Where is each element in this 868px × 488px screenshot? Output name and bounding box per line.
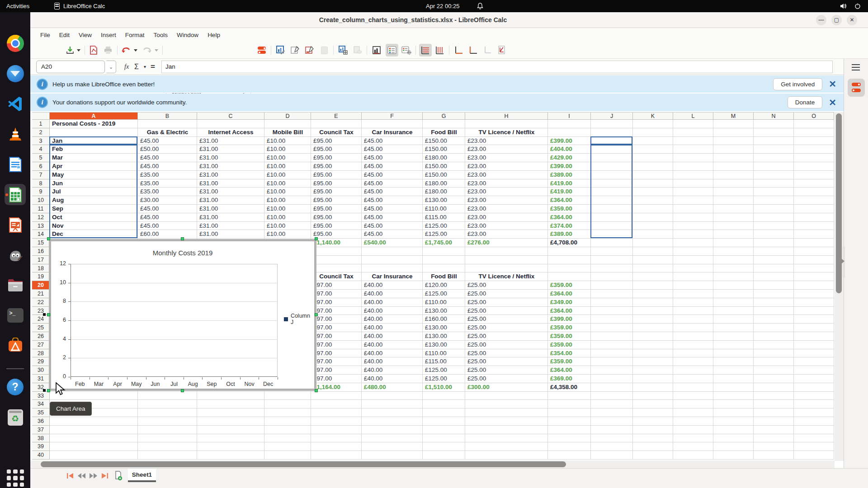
cell-G9[interactable]: £180.00 (425, 188, 447, 196)
cell-G8[interactable]: £180.00 (425, 179, 447, 188)
legend-toggle-button[interactable] (386, 44, 398, 56)
row-header-40[interactable]: 40 (32, 451, 50, 460)
cell-G7[interactable]: £150.00 (425, 171, 447, 179)
cell-D10[interactable]: £10.00 (267, 196, 285, 205)
row-header-5[interactable]: 5 (32, 154, 50, 162)
cell-I5[interactable]: £429.00 (550, 154, 572, 162)
cell-F31[interactable]: £40.00 (364, 375, 382, 383)
cell-H22[interactable]: £25.00 (467, 298, 486, 307)
cell-I4[interactable]: £404.00 (550, 145, 572, 154)
close-button[interactable]: ✕ (847, 15, 857, 25)
cell-B10[interactable]: £30.00 (140, 196, 159, 205)
cell-F22[interactable]: £40.00 (364, 298, 382, 307)
cell-F7[interactable]: £45.00 (364, 171, 382, 179)
cell-F6[interactable]: £45.00 (364, 162, 382, 171)
cell-C14[interactable]: £31.00 (199, 230, 218, 239)
sidebar-menu-icon[interactable] (852, 64, 860, 70)
cell-F11[interactable]: £45.00 (364, 205, 382, 213)
row-header-2[interactable]: 2 (32, 128, 50, 137)
cell-H25[interactable]: £25.00 (467, 324, 486, 332)
cell-F2[interactable]: Car Insurance (362, 128, 423, 137)
get-involved-button[interactable]: Get involved (773, 78, 822, 90)
cell-I32[interactable]: £4,358.00 (550, 383, 577, 392)
row-header-37[interactable]: 37 (32, 426, 50, 434)
cell-G31[interactable]: £125.00 (425, 375, 447, 383)
row-header-31[interactable]: 31 (32, 375, 50, 383)
donate-button[interactable]: Donate (788, 96, 823, 108)
cell-H2[interactable]: TV Licence / Netflix (465, 128, 548, 137)
cell-I10[interactable]: £364.00 (550, 196, 572, 205)
power-icon[interactable] (854, 3, 861, 9)
cell-I3[interactable]: £399.00 (550, 137, 572, 145)
cell-G2[interactable]: Food Bill (423, 128, 465, 137)
volume-icon[interactable] (840, 3, 847, 9)
cell-B13[interactable]: £45.00 (140, 222, 159, 230)
cell-H27[interactable]: £25.00 (467, 341, 486, 349)
cell-H26[interactable]: £25.00 (467, 332, 486, 341)
vertical-grids-button[interactable] (434, 44, 446, 56)
cell-G10[interactable]: £130.00 (425, 196, 447, 205)
cell-G30[interactable]: £125.00 (425, 366, 447, 375)
clock[interactable]: Apr 22 00:25 (426, 0, 459, 12)
cell-E5[interactable]: £95.00 (313, 154, 332, 162)
save-dropdown-arrow[interactable] (75, 44, 82, 56)
app-grid-icon[interactable] (7, 469, 24, 487)
cell-F21[interactable]: £40.00 (364, 290, 382, 298)
column-header-I[interactable]: I (548, 112, 591, 120)
vertical-scrollbar-thumb[interactable] (836, 113, 842, 293)
cell-F8[interactable]: £45.00 (364, 179, 382, 188)
row-header-4[interactable]: 4 (32, 145, 50, 154)
horizontal-grids-button[interactable] (419, 44, 432, 56)
dock-writer-icon[interactable] (5, 154, 26, 175)
cell-G22[interactable]: £110.00 (425, 298, 447, 307)
chart-resize-handle[interactable] (181, 237, 184, 240)
cell-E13[interactable]: £95.00 (313, 222, 332, 230)
menu-format[interactable]: Format (121, 30, 149, 40)
row-header-10[interactable]: 10 (32, 196, 50, 205)
cell-D9[interactable]: £10.00 (267, 188, 285, 196)
cell-F24[interactable]: £40.00 (364, 315, 382, 324)
cell-H14[interactable]: £23.00 (467, 230, 486, 239)
row-header-12[interactable]: 12 (32, 213, 50, 222)
cell-I30[interactable]: £364.00 (550, 366, 572, 375)
cell-G3[interactable]: £150.00 (425, 137, 447, 145)
dock-calc-icon[interactable] (5, 184, 26, 205)
dock-terminal-icon[interactable]: >_ (5, 305, 26, 326)
chart-resize-handle[interactable] (315, 389, 318, 392)
last-sheet-button[interactable] (101, 473, 108, 479)
cell-D14[interactable]: £10.00 (267, 230, 285, 239)
cell-D8[interactable]: £10.00 (267, 179, 285, 188)
focused-app-name[interactable]: LibreOffice Calc (63, 0, 105, 12)
chart-wall-button[interactable] (370, 44, 383, 56)
dock-thunderbird-icon[interactable] (5, 63, 26, 84)
horizontal-scrollbar-thumb[interactable] (41, 461, 566, 467)
chart-resize-handle[interactable] (315, 237, 318, 240)
cell-H30[interactable]: £25.00 (467, 366, 486, 375)
menu-insert[interactable]: Insert (96, 30, 121, 40)
cell-G29[interactable]: £115.00 (425, 357, 447, 366)
cell-I8[interactable]: £419.00 (550, 179, 572, 188)
cell-I27[interactable]: £359.00 (550, 341, 572, 349)
cell-H28[interactable]: £25.00 (467, 349, 486, 358)
chart-resize-handle[interactable] (181, 389, 184, 392)
cell-H29[interactable]: £25.00 (467, 357, 486, 366)
cell-I15[interactable]: £4,708.00 (550, 239, 577, 247)
first-sheet-button[interactable] (66, 473, 74, 479)
column-header-D[interactable]: D (264, 112, 311, 120)
cell-F13[interactable]: £45.00 (364, 222, 382, 230)
cell-F5[interactable]: £45.00 (364, 154, 382, 162)
cell-C3[interactable]: £31.00 (199, 137, 218, 145)
undo-dropdown-arrow[interactable] (132, 44, 139, 56)
add-sheet-button[interactable] (114, 471, 123, 481)
next-sheet-button[interactable] (89, 473, 98, 479)
cell-G27[interactable]: £130.00 (425, 341, 447, 349)
cell-E7[interactable]: £95.00 (313, 171, 332, 179)
cell-D6[interactable]: £10.00 (267, 162, 285, 171)
chart-resize-handle[interactable] (47, 389, 50, 392)
cell-H24[interactable]: £25.00 (467, 315, 486, 324)
row-header-22[interactable]: 22 (32, 298, 50, 307)
cell-F15[interactable]: £540.00 (364, 239, 386, 247)
cell-F9[interactable]: £45.00 (364, 188, 382, 196)
row-header-18[interactable]: 18 (32, 264, 50, 273)
row-header-25[interactable]: 25 (32, 324, 50, 332)
